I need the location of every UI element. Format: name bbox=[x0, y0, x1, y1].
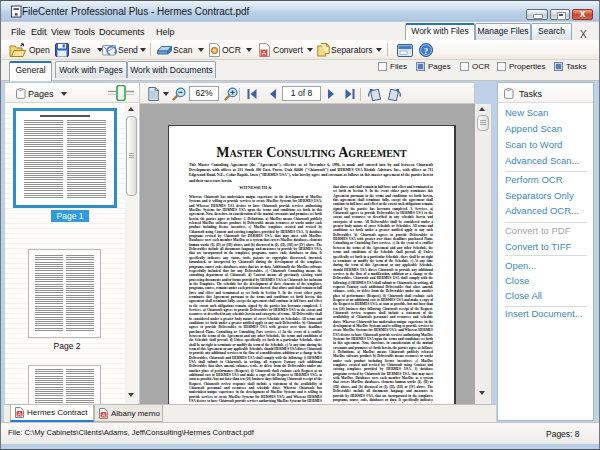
svg-text:A: A bbox=[262, 50, 266, 56]
svg-text:?: ? bbox=[424, 46, 429, 56]
svg-text:A: A bbox=[102, 411, 106, 417]
svg-text:A: A bbox=[18, 411, 22, 417]
